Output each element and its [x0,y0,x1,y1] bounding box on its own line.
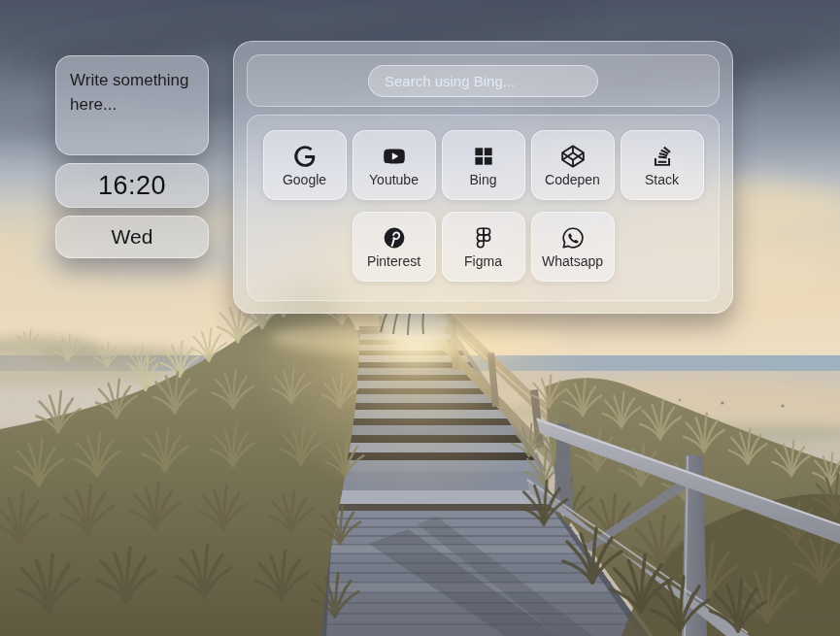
google-icon [292,144,318,170]
app-label: Youtube [369,173,419,187]
app-label: Stack [645,173,679,187]
notes-input[interactable] [56,56,208,154]
clock-widget: 16:20 [55,163,209,208]
app-label: Google [283,173,326,187]
whatsapp-icon [560,225,586,251]
pinterest-icon [382,225,407,251]
bing-icon [471,144,496,170]
app-label: Codepen [545,173,600,187]
clock-time: 16:20 [98,171,166,201]
app-tile-figma[interactable]: Figma [442,212,525,282]
search-input[interactable] [368,65,598,97]
day-label: Wed [112,225,153,249]
start-page: 16:20 Wed Google Youtube [0,0,840,636]
codepen-icon [560,144,586,170]
app-tile-youtube[interactable]: Youtube [353,130,436,200]
figma-icon [471,225,496,251]
app-tile-bing[interactable]: Bing [442,130,525,200]
app-tile-pinterest[interactable]: Pinterest [353,212,436,282]
app-label: Pinterest [367,254,420,269]
app-label: Whatsapp [542,254,603,269]
launcher-panel: Google Youtube Bing [233,41,733,314]
app-tile-stackoverflow[interactable]: Stack [621,130,704,200]
apps-grid: Google Youtube Bing [247,115,720,301]
apps-row-2: Pinterest Figma Whatsapp [353,212,615,282]
app-label: Figma [464,254,502,269]
search-section [247,54,720,107]
app-tile-whatsapp[interactable]: Whatsapp [531,212,615,282]
notes-widget [55,55,209,155]
app-tile-codepen[interactable]: Codepen [531,130,615,200]
app-tile-google[interactable]: Google [263,130,347,200]
stackoverflow-icon [650,144,675,170]
apps-row-1: Google Youtube Bing [263,130,704,200]
app-label: Bing [469,173,496,187]
youtube-icon [382,144,407,170]
day-widget: Wed [55,216,209,258]
